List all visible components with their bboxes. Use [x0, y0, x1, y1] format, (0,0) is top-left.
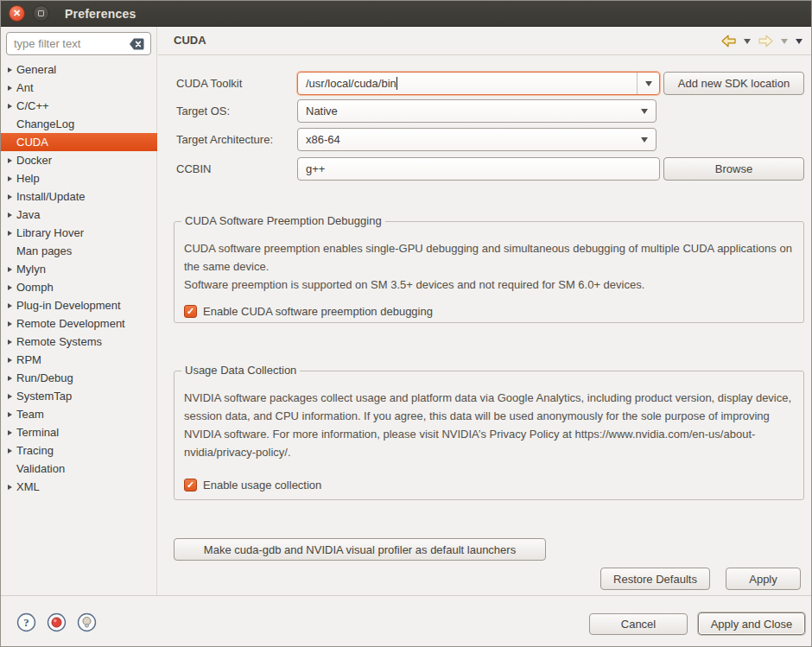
target-os-combo[interactable]: Native — [297, 99, 657, 123]
apply-button[interactable]: Apply — [726, 568, 801, 590]
sidebar-item[interactable]: Help — [1, 169, 157, 187]
ccbin-input[interactable] — [298, 162, 659, 175]
sidebar-item[interactable]: Man pages — [1, 242, 157, 260]
preemption-group: CUDA Software Preemption Debugging CUDA … — [174, 221, 804, 323]
close-button[interactable]: ✕ — [9, 5, 25, 22]
sidebar-item[interactable]: Docker — [1, 151, 157, 169]
back-arrow-icon[interactable] — [721, 35, 736, 48]
sidebar-item-label: Oomph — [16, 278, 54, 296]
sidebar-item[interactable]: Oomph — [1, 278, 157, 296]
expand-arrow-icon[interactable] — [8, 140, 16, 145]
expand-arrow-icon[interactable] — [8, 394, 16, 399]
apply-and-close-button[interactable]: Apply and Close — [698, 612, 805, 635]
sidebar-item[interactable]: Validation — [1, 460, 157, 478]
expand-arrow-icon[interactable] — [8, 485, 16, 490]
expand-arrow-icon[interactable] — [8, 158, 16, 163]
history-navbar — [721, 27, 802, 55]
expand-arrow-icon[interactable] — [8, 339, 16, 345]
sidebar-item[interactable]: XML — [1, 478, 157, 496]
sidebar-item[interactable]: Remote Systems — [1, 333, 157, 351]
cuda-toolkit-dropdown-icon[interactable] — [637, 73, 659, 94]
cuda-toolkit-combo[interactable]: /usr/local/cuda/bin — [297, 72, 660, 95]
browse-button[interactable]: Browse — [663, 157, 804, 181]
sidebar-item-label: Plug-in Development — [16, 296, 121, 314]
expand-arrow-icon[interactable] — [8, 412, 16, 417]
record-icon[interactable] — [47, 612, 67, 632]
maximize-button[interactable] — [33, 5, 49, 22]
page-title: CUDA — [174, 27, 206, 54]
expand-arrow-icon[interactable] — [8, 86, 16, 91]
expand-arrow-icon[interactable] — [8, 249, 16, 254]
expand-arrow-icon[interactable] — [8, 303, 16, 308]
expand-arrow-icon[interactable] — [8, 67, 16, 73]
filter-input[interactable] — [7, 37, 129, 50]
sidebar-item[interactable]: Mylyn — [1, 260, 157, 278]
target-os-dropdown-icon[interactable] — [633, 100, 656, 122]
help-icon[interactable]: ? — [16, 612, 36, 632]
clear-filter-icon[interactable] — [129, 37, 145, 51]
sidebar-item[interactable]: Plug-in Development — [1, 296, 157, 314]
usage-checkbox-label: Enable usage collection — [203, 479, 321, 492]
sidebar-item[interactable]: Install/Update — [1, 187, 157, 206]
titlebar[interactable]: ✕ Preferences — [1, 1, 811, 27]
sidebar-item[interactable]: Library Hover — [1, 224, 157, 242]
restore-defaults-button[interactable]: Restore Defaults — [600, 568, 710, 590]
sidebar-item[interactable]: Ant — [1, 79, 157, 97]
expand-arrow-icon[interactable] — [8, 122, 16, 127]
expand-arrow-icon[interactable] — [8, 448, 16, 454]
ccbin-field[interactable] — [297, 157, 660, 181]
expand-arrow-icon[interactable] — [8, 358, 16, 363]
add-sdk-button[interactable]: Add new SDK location — [663, 72, 804, 95]
expand-arrow-icon[interactable] — [8, 212, 16, 218]
sidebar-item[interactable]: Tracing — [1, 441, 157, 460]
text-cursor — [396, 77, 397, 90]
expand-arrow-icon[interactable] — [8, 231, 16, 236]
sidebar-item[interactable]: C/C++ — [1, 97, 157, 115]
usage-group: Usage Data Collection NVIDIA software pa… — [174, 371, 804, 500]
sidebar-item[interactable]: General — [1, 60, 157, 79]
sidebar-item[interactable]: Java — [1, 206, 157, 224]
sidebar-item-label: RPM — [16, 351, 41, 369]
forward-arrow-icon[interactable] — [758, 35, 773, 48]
lightbulb-icon[interactable] — [77, 612, 97, 632]
sidebar-item-label: General — [16, 60, 56, 79]
expand-arrow-icon[interactable] — [8, 321, 16, 327]
sidebar-item[interactable]: Remote Development — [1, 314, 157, 333]
expand-arrow-icon[interactable] — [8, 376, 16, 381]
usage-checkbox-row[interactable]: ✓ Enable usage collection — [184, 479, 321, 492]
sidebar-item-label: Library Hover — [16, 224, 84, 242]
expand-arrow-icon[interactable] — [8, 194, 16, 200]
sidebar-item-label: CUDA — [16, 133, 48, 151]
sidebar-item[interactable]: SystemTap — [1, 387, 157, 405]
view-menu-icon[interactable] — [796, 39, 802, 44]
usage-checkbox[interactable]: ✓ — [184, 479, 197, 492]
expand-arrow-icon[interactable] — [8, 104, 16, 109]
expand-arrow-icon[interactable] — [8, 430, 16, 435]
expand-arrow-icon[interactable] — [8, 176, 16, 181]
target-arch-combo[interactable]: x86-64 — [297, 128, 657, 151]
sidebar-item-label: SystemTap — [16, 387, 72, 405]
forward-history-dropdown-icon[interactable] — [781, 39, 788, 44]
expand-arrow-icon[interactable] — [8, 285, 16, 290]
expand-arrow-icon[interactable] — [8, 267, 16, 272]
maximize-icon — [38, 10, 44, 16]
sidebar-item-label: Team — [16, 405, 44, 423]
default-launchers-button[interactable]: Make cuda-gdb and NVIDIA visual profiler… — [174, 538, 546, 561]
cancel-button[interactable]: Cancel — [589, 613, 688, 635]
sidebar-item[interactable]: ChangeLog — [1, 115, 157, 133]
preemption-description: CUDA software preemption enables single-… — [184, 239, 794, 294]
preemption-checkbox[interactable]: ✓ — [184, 305, 197, 318]
filter-box[interactable] — [6, 32, 151, 55]
sidebar-item[interactable]: RPM — [1, 351, 157, 369]
preemption-group-title: CUDA Software Preemption Debugging — [181, 214, 385, 227]
target-arch-value: x86-64 — [298, 133, 633, 146]
back-history-dropdown-icon[interactable] — [744, 39, 751, 44]
usage-group-title: Usage Data Collection — [181, 364, 300, 377]
sidebar-item[interactable]: Team — [1, 405, 157, 423]
sidebar-item[interactable]: Run/Debug — [1, 369, 157, 387]
sidebar-item[interactable]: CUDA — [1, 133, 157, 151]
target-arch-dropdown-icon[interactable] — [633, 129, 656, 150]
expand-arrow-icon[interactable] — [8, 466, 16, 472]
sidebar-item[interactable]: Terminal — [1, 423, 157, 441]
preemption-checkbox-row[interactable]: ✓ Enable CUDA software preemption debugg… — [184, 305, 433, 318]
